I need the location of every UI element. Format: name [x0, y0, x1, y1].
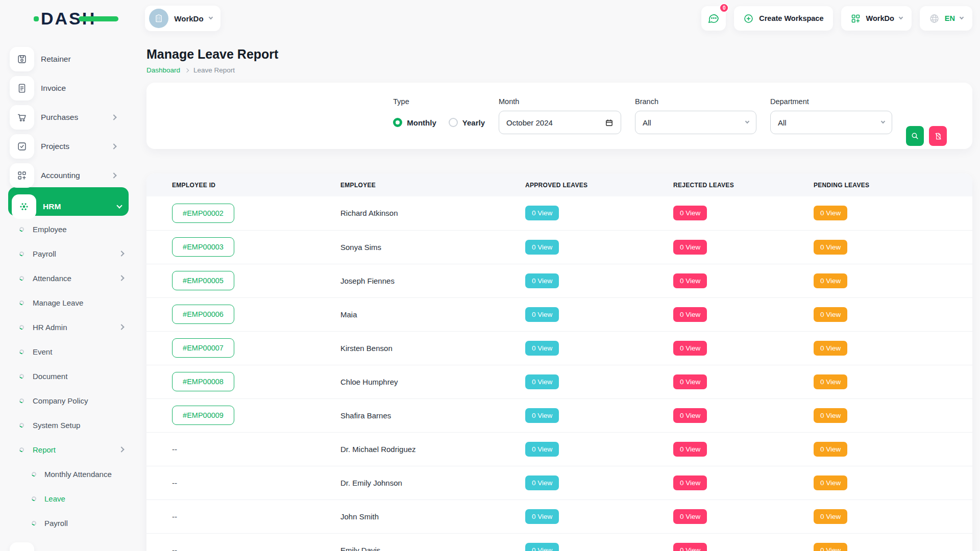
branch-select[interactable]: All [635, 111, 756, 134]
pending-leaves-view-badge[interactable]: 0 View [814, 341, 847, 356]
sidebar-item-label: Purchases [41, 113, 78, 122]
sidebar-item-employee[interactable]: Employee [8, 219, 129, 239]
chat-icon [707, 12, 720, 24]
approved-leaves-view-badge[interactable]: 0 View [525, 509, 559, 524]
approved-leaves-view-badge[interactable]: 0 View [525, 341, 559, 356]
table-header-row: EMPLOYEE ID EMPLOYEE APPROVED LEAVES REJ… [146, 173, 972, 196]
chevron-down-icon [745, 119, 749, 123]
employee-name: Shafira Barnes [340, 398, 525, 432]
rejected-leaves-view-badge[interactable]: 0 View [673, 408, 707, 423]
rejected-leaves-view-badge[interactable]: 0 View [673, 341, 707, 356]
approved-leaves-view-badge[interactable]: 0 View [525, 475, 559, 490]
department-select[interactable]: All [770, 111, 892, 134]
create-workspace-button[interactable]: Create Workspace [734, 6, 832, 31]
rejected-leaves-view-badge[interactable]: 0 View [673, 442, 707, 457]
pending-leaves-view-badge[interactable]: 0 View [814, 240, 847, 255]
chevron-down-icon [881, 119, 885, 123]
accounting-icon [10, 163, 34, 188]
sidebar-item-accounting[interactable]: Accounting [8, 158, 129, 183]
sidebar-item-hr-admin[interactable]: HR Admin [8, 317, 129, 337]
sidebar-item-monthly-attendance[interactable]: Monthly Attendance [8, 464, 129, 484]
sidebar-item-company-policy[interactable]: Company Policy [8, 390, 129, 411]
employee-id-badge[interactable]: #EMP00006 [172, 305, 234, 324]
sidebar-item-label: Monthly Attendance [44, 470, 112, 479]
pending-leaves-view-badge[interactable]: 0 View [814, 475, 847, 490]
type-monthly-radio[interactable]: Monthly [393, 118, 436, 127]
pending-leaves-view-badge[interactable]: 0 View [814, 442, 847, 457]
month-label: Month [499, 97, 621, 106]
language-selector[interactable]: EN [920, 6, 972, 31]
sidebar-item-hrm[interactable]: HRM [8, 187, 129, 216]
employee-id-badge[interactable]: #EMP00002 [172, 204, 234, 223]
sidebar-item-purchases[interactable]: Purchases [8, 100, 129, 124]
rejected-leaves-view-badge[interactable]: 0 View [673, 273, 707, 288]
employee-name: Dr. Emily Johnson [340, 466, 525, 499]
sidebar-item-invoice[interactable]: Invoice [8, 71, 129, 95]
create-workspace-label: Create Workspace [759, 14, 823, 22]
projects-icon [10, 134, 34, 159]
employee-id-badge[interactable]: #EMP00008 [172, 372, 234, 391]
sidebar-item-system-setup[interactable]: System Setup [8, 415, 129, 435]
chevron-right-icon [118, 275, 124, 281]
rejected-leaves-view-badge[interactable]: 0 View [673, 307, 707, 322]
bullet-icon [19, 324, 25, 330]
table-row: #EMP00005Joseph Fiennes0 View0 View0 Vie… [146, 264, 972, 297]
approved-leaves-view-badge[interactable]: 0 View [525, 307, 559, 322]
pending-leaves-view-badge[interactable]: 0 View [814, 273, 847, 288]
sidebar-item-projects[interactable]: Projects [8, 129, 129, 154]
workspace-selector[interactable]: WorkDo [145, 6, 220, 31]
type-yearly-radio[interactable]: Yearly [449, 118, 485, 127]
chevron-down-icon [116, 203, 122, 208]
employee-id-badge[interactable]: #EMP00007 [172, 338, 234, 358]
rejected-leaves-view-badge[interactable]: 0 View [673, 509, 707, 524]
sidebar-item-report[interactable]: Report [8, 439, 129, 460]
bullet-icon [19, 348, 25, 355]
table-row: #EMP00008Chloe Humphrey0 View0 View0 Vie… [146, 365, 972, 398]
sidebar-item-document[interactable]: Document [8, 366, 129, 386]
approved-leaves-view-badge[interactable]: 0 View [525, 408, 559, 423]
month-input[interactable]: October 2024 [499, 111, 621, 134]
pending-leaves-view-badge[interactable]: 0 View [814, 509, 847, 524]
approved-leaves-view-badge[interactable]: 0 View [525, 206, 559, 220]
breadcrumb-dashboard-link[interactable]: Dashboard [146, 66, 180, 74]
app-logo[interactable]: DASH [34, 9, 96, 29]
sidebar-item-attendance[interactable]: Attendance [8, 268, 129, 288]
sidebar-item-retainer[interactable]: Retainer [8, 42, 129, 66]
grid-plus-icon [850, 13, 861, 24]
pending-leaves-view-badge[interactable]: 0 View [814, 543, 847, 551]
messages-button[interactable]: 0 [701, 6, 726, 31]
pending-leaves-view-badge[interactable]: 0 View [814, 408, 847, 423]
employee-id-badge[interactable]: #EMP00009 [172, 406, 234, 425]
rejected-leaves-view-badge[interactable]: 0 View [673, 206, 707, 220]
sidebar-item-leave[interactable]: Leave [8, 488, 129, 509]
workspace-name: WorkDo [174, 14, 203, 23]
workdo-menu-button[interactable]: WorkDo [841, 6, 912, 31]
filter-card: Type Monthly Yearly Month October 2024 [146, 83, 972, 149]
rejected-leaves-view-badge[interactable]: 0 View [673, 374, 707, 389]
approved-leaves-view-badge[interactable]: 0 View [525, 273, 559, 288]
employee-id-badge[interactable]: #EMP00003 [172, 237, 234, 257]
pending-leaves-view-badge[interactable]: 0 View [814, 307, 847, 322]
rejected-leaves-view-badge[interactable]: 0 View [673, 475, 707, 490]
chevron-right-icon [111, 172, 116, 178]
approved-leaves-view-badge[interactable]: 0 View [525, 240, 559, 255]
sidebar-item-label: Invoice [41, 84, 66, 93]
approved-leaves-view-badge[interactable]: 0 View [525, 374, 559, 389]
sidebar-item-pos[interactable]: POS [8, 537, 129, 551]
sidebar-item-manage-leave[interactable]: Manage Leave [8, 292, 129, 313]
sidebar-item-event[interactable]: Event [8, 341, 129, 362]
rejected-leaves-view-badge[interactable]: 0 View [673, 543, 707, 551]
sidebar-item-payroll[interactable]: Payroll [8, 243, 129, 264]
bullet-icon [19, 275, 25, 281]
approved-leaves-view-badge[interactable]: 0 View [525, 543, 559, 551]
employee-id-badge[interactable]: #EMP00005 [172, 271, 234, 290]
rejected-leaves-view-badge[interactable]: 0 View [673, 240, 707, 255]
approved-leaves-view-badge[interactable]: 0 View [525, 442, 559, 457]
pending-leaves-view-badge[interactable]: 0 View [814, 374, 847, 389]
reset-filter-button[interactable] [929, 126, 947, 146]
sidebar-item-payroll[interactable]: Payroll [8, 513, 129, 533]
file-slash-icon [934, 132, 942, 140]
chevron-down-icon [208, 15, 212, 19]
search-button[interactable] [906, 126, 924, 146]
pending-leaves-view-badge[interactable]: 0 View [814, 206, 847, 220]
